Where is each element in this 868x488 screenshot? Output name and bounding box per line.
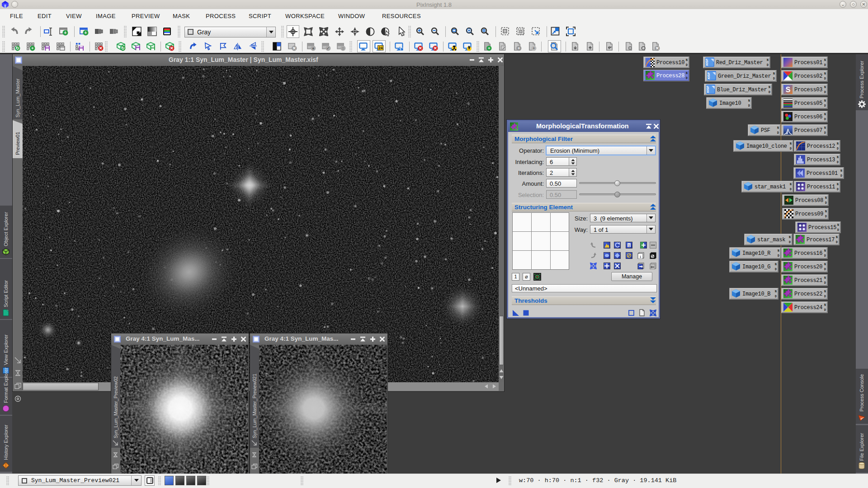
svg-text:XISF: XISF — [707, 72, 711, 80]
svg-text:1: 1 — [639, 255, 642, 259]
svg-text:✕: ✕ — [419, 46, 422, 51]
svg-text:24: 24 — [378, 46, 383, 50]
svg-text:↻: ↻ — [16, 46, 19, 51]
svg-text:+: + — [85, 30, 87, 35]
svg-text:+: + — [31, 46, 34, 51]
svg-text:+: + — [64, 30, 67, 35]
svg-text:●: ● — [312, 46, 315, 51]
svg-text:✓: ✓ — [326, 46, 330, 51]
svg-text:✕: ✕ — [99, 46, 103, 51]
svg-text:XISF: XISF — [705, 58, 709, 66]
svg-text:+: + — [533, 46, 535, 51]
svg-text:✕: ✕ — [434, 46, 437, 51]
svg-text:↻: ↻ — [121, 46, 125, 51]
svg-text:✕: ✕ — [292, 46, 296, 51]
svg-text:○: ○ — [342, 46, 344, 51]
svg-text:XISF: XISF — [706, 85, 710, 93]
svg-text:1: 1 — [628, 244, 630, 248]
svg-text:✕: ✕ — [656, 46, 659, 51]
svg-text:+: + — [488, 46, 491, 51]
svg-text:✕: ✕ — [170, 46, 174, 51]
svg-text:+: + — [518, 46, 520, 51]
svg-text:S: S — [786, 86, 791, 94]
